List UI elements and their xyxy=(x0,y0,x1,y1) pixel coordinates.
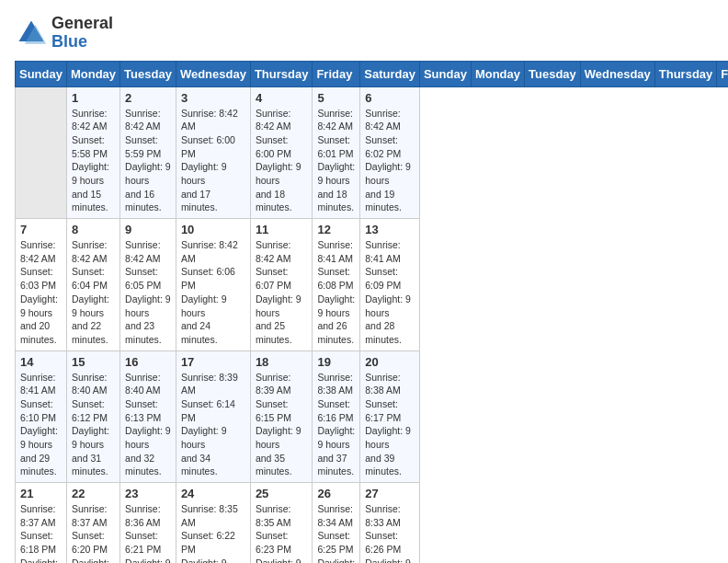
day-number: 4 xyxy=(256,91,308,105)
calendar-cell: 24Sunrise: 8:35 AMSunset: 6:22 PMDayligh… xyxy=(176,483,250,563)
calendar-cell: 7Sunrise: 8:42 AMSunset: 6:03 PMDaylight… xyxy=(16,219,67,351)
calendar-week-row: 21Sunrise: 8:37 AMSunset: 6:18 PMDayligh… xyxy=(16,483,729,563)
day-number: 26 xyxy=(317,487,355,500)
calendar-week-row: 7Sunrise: 8:42 AMSunset: 6:03 PMDaylight… xyxy=(16,219,729,351)
day-number: 7 xyxy=(20,223,62,236)
logo-text: General Blue xyxy=(51,15,113,52)
day-info: Sunrise: 8:42 AMSunset: 6:00 PMDaylight:… xyxy=(256,107,308,215)
day-info: Sunrise: 8:34 AMSunset: 6:25 PMDaylight:… xyxy=(317,502,355,563)
day-number: 3 xyxy=(181,91,245,105)
day-number: 21 xyxy=(20,487,62,500)
day-number: 24 xyxy=(181,487,245,500)
column-header-wednesday: Wednesday xyxy=(580,61,654,86)
calendar-cell: 25Sunrise: 8:35 AMSunset: 6:23 PMDayligh… xyxy=(250,483,313,563)
day-number: 20 xyxy=(365,355,415,369)
calendar-cell: 13Sunrise: 8:41 AMSunset: 6:09 PMDayligh… xyxy=(360,219,420,351)
calendar-cell: 1Sunrise: 8:42 AMSunset: 5:58 PMDaylight… xyxy=(66,86,119,219)
calendar-table: SundayMondayTuesdayWednesdayThursdayFrid… xyxy=(15,61,728,563)
logo-icon xyxy=(15,17,48,50)
calendar-cell: 19Sunrise: 8:38 AMSunset: 6:16 PMDayligh… xyxy=(313,350,360,483)
day-number: 22 xyxy=(72,487,115,500)
calendar-cell: 20Sunrise: 8:38 AMSunset: 6:17 PMDayligh… xyxy=(360,350,420,483)
day-number: 16 xyxy=(125,355,171,369)
calendar-cell: 18Sunrise: 8:39 AMSunset: 6:15 PMDayligh… xyxy=(250,350,313,483)
day-info: Sunrise: 8:42 AMSunset: 6:04 PMDaylight:… xyxy=(72,238,115,347)
calendar-cell: 10Sunrise: 8:42 AMSunset: 6:06 PMDayligh… xyxy=(176,219,250,351)
calendar-cell: 23Sunrise: 8:36 AMSunset: 6:21 PMDayligh… xyxy=(120,483,176,563)
day-info: Sunrise: 8:37 AMSunset: 6:20 PMDaylight:… xyxy=(72,502,115,563)
calendar-week-row: 14Sunrise: 8:41 AMSunset: 6:10 PMDayligh… xyxy=(16,350,729,483)
column-header-tuesday: Tuesday xyxy=(525,61,581,86)
column-header-sunday: Sunday xyxy=(16,61,67,86)
day-number: 25 xyxy=(256,487,308,500)
day-number: 11 xyxy=(256,223,308,236)
column-header-thursday: Thursday xyxy=(250,61,313,86)
calendar-cell: 15Sunrise: 8:40 AMSunset: 6:12 PMDayligh… xyxy=(66,350,119,483)
day-number: 5 xyxy=(317,91,355,105)
calendar-cell: 17Sunrise: 8:39 AMSunset: 6:14 PMDayligh… xyxy=(176,350,250,483)
calendar-cell: 5Sunrise: 8:42 AMSunset: 6:01 PMDaylight… xyxy=(313,86,360,219)
day-info: Sunrise: 8:42 AMSunset: 6:02 PMDaylight:… xyxy=(365,107,415,215)
day-number: 8 xyxy=(72,223,115,236)
calendar-cell: 14Sunrise: 8:41 AMSunset: 6:10 PMDayligh… xyxy=(16,350,67,483)
day-number: 27 xyxy=(365,487,415,500)
day-number: 9 xyxy=(125,223,171,236)
day-number: 12 xyxy=(317,223,355,236)
calendar-cell: 11Sunrise: 8:42 AMSunset: 6:07 PMDayligh… xyxy=(250,219,313,351)
calendar-cell: 21Sunrise: 8:37 AMSunset: 6:18 PMDayligh… xyxy=(16,483,67,563)
day-info: Sunrise: 8:42 AMSunset: 6:07 PMDaylight:… xyxy=(256,238,308,347)
day-info: Sunrise: 8:35 AMSunset: 6:22 PMDaylight:… xyxy=(181,502,245,563)
day-info: Sunrise: 8:38 AMSunset: 6:16 PMDaylight:… xyxy=(317,371,355,479)
day-number: 13 xyxy=(365,223,415,236)
calendar-cell: 27Sunrise: 8:33 AMSunset: 6:26 PMDayligh… xyxy=(360,483,420,563)
day-info: Sunrise: 8:39 AMSunset: 6:14 PMDaylight:… xyxy=(181,371,245,479)
day-number: 17 xyxy=(181,355,245,369)
day-info: Sunrise: 8:41 AMSunset: 6:08 PMDaylight:… xyxy=(317,238,355,347)
calendar-cell: 4Sunrise: 8:42 AMSunset: 6:00 PMDaylight… xyxy=(250,86,313,219)
day-info: Sunrise: 8:42 AMSunset: 6:01 PMDaylight:… xyxy=(317,107,355,215)
column-header-wednesday: Wednesday xyxy=(176,61,250,86)
calendar-cell: 8Sunrise: 8:42 AMSunset: 6:04 PMDaylight… xyxy=(66,219,119,351)
day-info: Sunrise: 8:42 AMSunset: 6:03 PMDaylight:… xyxy=(20,238,62,347)
day-info: Sunrise: 8:42 AMSunset: 5:59 PMDaylight:… xyxy=(125,107,171,215)
day-number: 18 xyxy=(256,355,308,369)
calendar-cell: 9Sunrise: 8:42 AMSunset: 6:05 PMDaylight… xyxy=(120,219,176,351)
day-number: 15 xyxy=(72,355,115,369)
day-number: 6 xyxy=(365,91,415,105)
day-info: Sunrise: 8:39 AMSunset: 6:15 PMDaylight:… xyxy=(256,371,308,479)
day-info: Sunrise: 8:41 AMSunset: 6:09 PMDaylight:… xyxy=(365,238,415,347)
column-header-monday: Monday xyxy=(66,61,119,86)
day-number: 14 xyxy=(20,355,62,369)
calendar-cell: 12Sunrise: 8:41 AMSunset: 6:08 PMDayligh… xyxy=(313,219,360,351)
day-info: Sunrise: 8:42 AMSunset: 6:00 PMDaylight:… xyxy=(181,107,245,215)
calendar-cell: 22Sunrise: 8:37 AMSunset: 6:20 PMDayligh… xyxy=(66,483,119,563)
calendar-cell: 6Sunrise: 8:42 AMSunset: 6:02 PMDaylight… xyxy=(360,86,420,219)
column-header-friday: Friday xyxy=(717,61,728,86)
column-header-tuesday: Tuesday xyxy=(120,61,176,86)
day-info: Sunrise: 8:35 AMSunset: 6:23 PMDaylight:… xyxy=(256,502,308,563)
column-header-thursday: Thursday xyxy=(654,61,717,86)
day-info: Sunrise: 8:36 AMSunset: 6:21 PMDaylight:… xyxy=(125,502,171,563)
day-info: Sunrise: 8:42 AMSunset: 5:58 PMDaylight:… xyxy=(72,107,115,215)
column-header-saturday: Saturday xyxy=(360,61,420,86)
day-info: Sunrise: 8:40 AMSunset: 6:13 PMDaylight:… xyxy=(125,371,171,479)
day-info: Sunrise: 8:42 AMSunset: 6:06 PMDaylight:… xyxy=(181,238,245,347)
column-header-monday: Monday xyxy=(471,61,524,86)
calendar-cell: 16Sunrise: 8:40 AMSunset: 6:13 PMDayligh… xyxy=(120,350,176,483)
day-number: 19 xyxy=(317,355,355,369)
day-number: 23 xyxy=(125,487,171,500)
calendar-cell: 26Sunrise: 8:34 AMSunset: 6:25 PMDayligh… xyxy=(313,483,360,563)
day-info: Sunrise: 8:33 AMSunset: 6:26 PMDaylight:… xyxy=(365,502,415,563)
day-info: Sunrise: 8:42 AMSunset: 6:05 PMDaylight:… xyxy=(125,238,171,347)
logo: General Blue xyxy=(15,15,113,52)
header: General Blue xyxy=(15,15,713,52)
column-header-sunday: Sunday xyxy=(419,61,471,86)
calendar-cell xyxy=(16,86,67,219)
day-info: Sunrise: 8:37 AMSunset: 6:18 PMDaylight:… xyxy=(20,502,62,563)
calendar-week-row: 1Sunrise: 8:42 AMSunset: 5:58 PMDaylight… xyxy=(16,86,729,219)
day-info: Sunrise: 8:40 AMSunset: 6:12 PMDaylight:… xyxy=(72,371,115,479)
day-number: 1 xyxy=(72,91,115,105)
day-info: Sunrise: 8:38 AMSunset: 6:17 PMDaylight:… xyxy=(365,371,415,479)
calendar-cell: 3Sunrise: 8:42 AMSunset: 6:00 PMDaylight… xyxy=(176,86,250,219)
day-number: 2 xyxy=(125,91,171,105)
